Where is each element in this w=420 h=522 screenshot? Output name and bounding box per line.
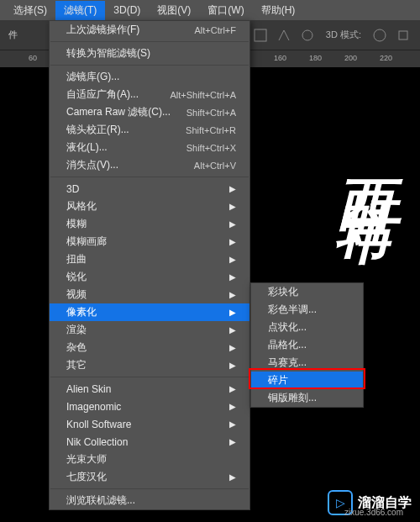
menu-item-label: 镜头校正(R)... [66,123,129,137]
menu-3d[interactable]: 3D(D) [105,2,149,18]
menu-item[interactable]: 镜头校正(R)...Shift+Ctrl+R [50,121,249,139]
submenu-item-label: 彩块化 [268,285,298,299]
pan-icon[interactable] [395,27,412,44]
menu-item[interactable]: 视频▶ [50,286,249,303]
submenu-arrow-icon: ▶ [229,437,236,446]
submenu-arrow-icon: ▶ [229,384,236,393]
menu-help[interactable]: 帮助(H) [253,1,304,20]
submenu-arrow-icon: ▶ [229,255,236,264]
menu-item-label: 风格化 [66,199,97,214]
menu-item-label: 自适应广角(A)... [66,87,139,102]
menu-separator [50,377,249,377]
menu-shortcut: Shift+Ctrl+R [186,125,236,135]
menu-item[interactable]: Nik Collection▶ [50,433,249,451]
menu-filter[interactable]: 滤镜(T) [55,1,105,20]
submenu-item-label: 晶格化... [268,338,307,352]
menu-item[interactable]: 七度汉化▶ [50,468,249,486]
menu-item[interactable]: 像素化▶ [50,303,249,321]
menu-item-label: 模糊 [66,217,87,231]
menu-item-label: 杂色 [66,340,87,355]
tool-icon-3[interactable] [299,27,316,44]
menu-item-label: 浏览联机滤镜... [66,493,135,508]
menu-item-label: 像素化 [66,305,97,319]
watermark-url: zixue.3d66.com [344,508,403,517]
submenu-item[interactable]: 碎片 [251,372,363,389]
menu-view[interactable]: 视图(V) [149,1,199,20]
menu-item[interactable]: 自适应广角(A)...Alt+Shift+Ctrl+A [50,86,249,103]
menu-item[interactable]: 光束大师 [50,451,249,468]
menu-separator [50,41,249,42]
submenu-item[interactable]: 马赛克... [251,354,363,372]
canvas-vertical-text: 西虹市 [327,134,403,170]
menu-item[interactable]: 模糊▶ [50,215,249,233]
menu-item-label: 模糊画廊 [66,235,107,249]
ruler-tick: 180 [309,54,322,62]
ruler-tick: 60 [29,54,37,62]
menu-item[interactable]: 浏览联机滤镜... [50,492,249,509]
menu-item-label: 扭曲 [66,252,87,266]
menu-window[interactable]: 窗口(W) [199,1,252,20]
toolbar-left-label: 件 [8,29,18,41]
submenu-arrow-icon: ▶ [229,202,236,211]
menu-item-label: 滤镜库(G)... [66,70,119,84]
submenu-arrow-icon: ▶ [229,272,236,282]
menu-item-label: 其它 [66,358,87,372]
menu-item-label: 3D [66,183,79,195]
submenu-arrow-icon: ▶ [229,290,236,299]
submenu-arrow-icon: ▶ [229,219,236,229]
submenu-item[interactable]: 彩色半调... [251,301,363,319]
menu-select[interactable]: 选择(S) [5,1,55,20]
menu-item[interactable]: 上次滤镜操作(F)Alt+Ctrl+F [50,21,249,39]
menu-item[interactable]: Knoll Software▶ [50,415,249,433]
menu-item[interactable]: Imagenomic▶ [50,398,249,415]
menu-item-label: 渲染 [66,323,87,337]
menu-item[interactable]: 渲染▶ [50,321,249,339]
menu-item-label: 转换为智能滤镜(S) [66,46,150,61]
menu-item[interactable]: 其它▶ [50,356,249,374]
menu-item[interactable]: Camera Raw 滤镜(C)...Shift+Ctrl+A [50,103,249,121]
submenu-item-label: 铜版雕刻... [268,391,317,405]
menu-item-label: Knoll Software [66,419,131,430]
submenu-arrow-icon: ▶ [229,419,236,429]
menu-item[interactable]: 模糊画廊▶ [50,233,249,250]
submenu-item-label: 马赛克... [268,356,307,370]
menu-separator [50,177,249,177]
submenu-item-label: 点状化... [268,320,307,335]
menu-item-label: 锐化 [66,270,87,284]
submenu-item[interactable]: 彩块化 [251,283,363,301]
menu-item[interactable]: 风格化▶ [50,198,249,215]
menu-item[interactable]: 液化(L)...Shift+Ctrl+X [50,139,249,156]
menu-item-label: Nik Collection [66,436,128,448]
submenu-item[interactable]: 点状化... [251,319,363,336]
menu-item-label: 七度汉化 [66,470,107,484]
menu-item-label: Camera Raw 滤镜(C)... [66,105,171,119]
menu-item[interactable]: 杂色▶ [50,339,249,356]
menu-item-label: Alien Skin [66,383,111,395]
menu-shortcut: Alt+Ctrl+V [194,161,236,171]
menu-item[interactable]: 扭曲▶ [50,250,249,268]
filter-dropdown: 上次滤镜操作(F)Alt+Ctrl+F转换为智能滤镜(S)滤镜库(G)...自适… [49,20,250,510]
submenu-arrow-icon: ▶ [229,361,236,370]
menu-item[interactable]: 消失点(V)...Alt+Ctrl+V [50,156,249,174]
menu-item[interactable]: 转换为智能滤镜(S) [50,45,249,62]
orbit-icon[interactable] [371,27,388,44]
submenu-arrow-icon: ▶ [229,184,236,193]
menu-shortcut: Alt+Shift+Ctrl+A [170,90,236,100]
ruler-tick: 220 [380,54,392,62]
tool-icon-1[interactable] [252,27,269,44]
submenu-item[interactable]: 晶格化... [251,336,363,354]
menu-item[interactable]: 锐化▶ [50,268,249,286]
menu-item[interactable]: 3D▶ [50,180,249,198]
submenu-arrow-icon: ▶ [229,472,236,482]
menu-shortcut: Shift+Ctrl+A [186,108,236,118]
svg-point-1 [302,30,312,40]
tool-icon-2[interactable] [276,27,292,44]
submenu-arrow-icon: ▶ [229,402,236,411]
menu-shortcut: Shift+Ctrl+X [186,143,236,153]
ruler-tick: 160 [274,54,286,62]
menu-item[interactable]: 滤镜库(G)... [50,68,249,86]
menu-item[interactable]: Alien Skin▶ [50,380,249,398]
menu-item-label: 液化(L)... [66,140,108,155]
submenu-item-label: 彩色半调... [268,303,317,317]
submenu-item[interactable]: 铜版雕刻... [251,389,363,407]
